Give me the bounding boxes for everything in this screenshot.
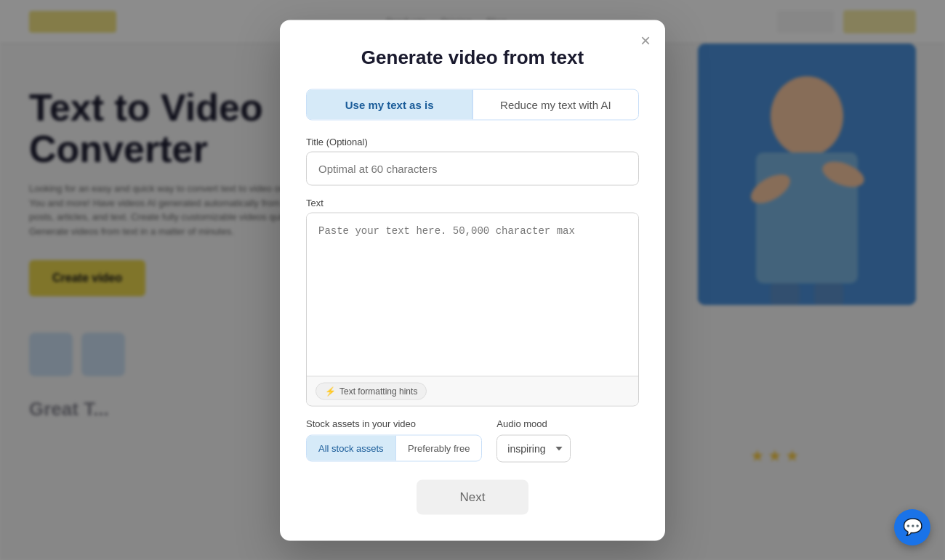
formatting-hints-label: Text formatting hints [339, 386, 417, 396]
chat-bubble[interactable]: 💬 [894, 509, 930, 545]
text-field-label: Text [306, 197, 639, 208]
modal-dialog: × Generate video from text Use my text a… [280, 20, 665, 540]
text-area-wrapper: ⚡ Text formatting hints [306, 212, 639, 406]
title-field-label: Title (Optional) [306, 136, 639, 147]
lightning-icon: ⚡ [325, 386, 336, 396]
next-button[interactable]: Next [417, 479, 529, 514]
tab-reduce-ai[interactable]: Reduce my text with AI [473, 89, 638, 119]
close-button[interactable]: × [640, 31, 651, 49]
audio-mood-group: Audio mood inspiring upbeat calm dramati… [496, 418, 571, 462]
formatting-hints-bar: ⚡ Text formatting hints [307, 376, 638, 405]
audio-mood-select[interactable]: inspiring upbeat calm dramatic happy sad [496, 434, 571, 462]
stock-assets-label: Stock assets in your video [306, 418, 482, 429]
tab-toggle: Use my text as is Reduce my text with AI [306, 89, 639, 120]
text-input[interactable] [307, 213, 638, 373]
formatting-hints-button[interactable]: ⚡ Text formatting hints [315, 382, 427, 399]
stock-assets-group: Stock assets in your video All stock ass… [306, 418, 482, 461]
audio-mood-label: Audio mood [496, 418, 571, 429]
tab-use-as-is[interactable]: Use my text as is [307, 89, 472, 119]
modal-title: Generate video from text [306, 46, 639, 68]
stock-toggle: All stock assets Preferably free [306, 434, 482, 461]
title-input[interactable] [306, 151, 639, 185]
preferably-free-btn[interactable]: Preferably free [396, 435, 481, 460]
all-stock-btn[interactable]: All stock assets [307, 435, 395, 460]
chat-icon: 💬 [903, 518, 922, 537]
bottom-controls: Stock assets in your video All stock ass… [306, 418, 639, 462]
